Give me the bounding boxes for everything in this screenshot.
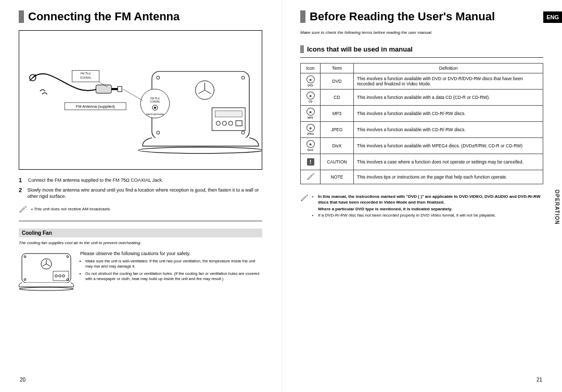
- icon-cell: ◉MP3: [301, 105, 321, 121]
- svg-point-26: [19, 287, 73, 290]
- jack-label-2: COAXIAL: [80, 77, 92, 79]
- step-list: 1 Connect the FM antenna supplied to the…: [19, 177, 262, 200]
- note-bold-1: In this manual, the instructions marked …: [318, 194, 543, 205]
- disc-icon: ◉DivX: [305, 140, 316, 151]
- term-cell: DVD: [321, 73, 354, 89]
- note-plain: If a DVD-R/-RW disc has not been recorde…: [318, 212, 543, 218]
- definition-cell: This involves a function available with …: [354, 137, 543, 154]
- disc-icon: ◉CD: [305, 92, 316, 103]
- svg-text:COAXIAL: COAXIAL: [150, 100, 160, 103]
- table-row: ◉DVDDVDThis involves a function availabl…: [301, 73, 543, 89]
- icon-cell: ◉JPEG: [301, 121, 321, 137]
- svg-point-16: [222, 121, 226, 125]
- term-cell: CAUTION: [321, 154, 354, 170]
- table-row: !CAUTIONThis involves a case where a fun…: [301, 154, 543, 170]
- page-number: 21: [537, 377, 542, 383]
- term-cell: MP3: [321, 105, 354, 121]
- disc-icon: ◉DVD: [305, 75, 316, 87]
- svg-text:RADIO ANTENNA: RADIO ANTENNA: [146, 113, 164, 116]
- cooling-bullets: Make sure the unit is well-ventilated. I…: [85, 259, 262, 282]
- th-icon: Icon: [301, 63, 321, 73]
- table-row: ◉CDCDThis involves a function available …: [301, 89, 543, 105]
- table-row: ◉JPEGJPEGThis involves a function availa…: [301, 121, 543, 137]
- icons-table: Icon Term Definition ◉DVDDVDThis involve…: [300, 63, 543, 184]
- divider: [300, 57, 543, 58]
- definition-cell: This involves a function available with …: [354, 121, 543, 137]
- step-item: 2 Slowly move the antenna wire around un…: [19, 187, 262, 200]
- page-number: 20: [20, 377, 25, 383]
- term-cell: JPEG: [321, 121, 354, 137]
- svg-rect-2: [96, 85, 111, 93]
- left-page: Connecting the FM Antenna FM 75 Ω: [0, 0, 281, 392]
- definition-cell: This involves a function available with …: [354, 105, 543, 121]
- definition-cell: This involves tips or instructions on th…: [354, 170, 543, 184]
- page-title-right: Before Reading the User's Manual: [300, 10, 543, 23]
- table-row: ◉MP3MP3This involves a function availabl…: [301, 105, 543, 121]
- svg-point-7: [138, 147, 262, 154]
- cooling-unit-illustration: [19, 250, 74, 291]
- note-row: • This unit does not receive AM broadcas…: [19, 205, 262, 213]
- step-text: Slowly move the antenna wire around unti…: [27, 187, 262, 200]
- svg-rect-14: [215, 111, 242, 117]
- note-block: In this manual, the instructions marked …: [300, 194, 543, 219]
- icons-subheading: Icons that will be used in manual: [300, 45, 543, 53]
- term-cell: CD: [321, 89, 354, 105]
- icon-cell: ◉DivX: [301, 137, 321, 154]
- cooling-text: Please observe the following cautions fo…: [80, 250, 262, 291]
- cooling-heading: Cooling Fan: [19, 229, 262, 237]
- cooling-bullet: Do not obstruct the cooling fan or venti…: [85, 271, 262, 282]
- divider: [19, 221, 262, 221]
- page-title-left: Connecting the FM Antenna: [19, 10, 262, 23]
- step-number: 2: [19, 187, 24, 200]
- section-tab: OPERATION: [554, 189, 560, 225]
- antenna-diagram: FM 75 Ω COAXIAL FM Antenna (supplied): [19, 30, 262, 170]
- pencil-icon: [300, 194, 309, 202]
- svg-point-15: [216, 121, 220, 125]
- th-term: Term: [321, 63, 354, 73]
- jack-label-1: FM 75 Ω: [81, 72, 91, 75]
- svg-text:FM 75 Ω: FM 75 Ω: [150, 97, 160, 100]
- note-text: • This unit does not receive AM broadcas…: [31, 205, 111, 213]
- disc-icon: ◉MP3: [305, 108, 316, 119]
- definition-cell: This involves a case where a function do…: [354, 154, 543, 170]
- definition-cell: This involves a function available with …: [354, 73, 543, 89]
- svg-point-23: [154, 107, 156, 109]
- table-row: ◉DivXDivXThis involves a function availa…: [301, 137, 543, 154]
- cooling-row: Please observe the following cautions fo…: [19, 250, 262, 291]
- intro-italic: Make sure to check the following terms b…: [300, 30, 543, 36]
- definition-cell: This involves a function available with …: [354, 89, 543, 105]
- term-cell: DivX: [321, 137, 354, 154]
- language-tab: ENG: [543, 11, 562, 23]
- svg-rect-18: [236, 121, 242, 126]
- table-row: NOTEThis involves tips or instructions o…: [301, 170, 543, 184]
- pencil-icon: [306, 172, 315, 181]
- right-page: ENG OPERATION Before Reading the User's …: [281, 0, 562, 392]
- icon-cell: !: [301, 154, 321, 170]
- step-text: Connect the FM antenna supplied to the F…: [28, 177, 163, 184]
- step-item: 1 Connect the FM antenna supplied to the…: [19, 177, 262, 184]
- note-bold-2: Where a particular DVD type is mentioned…: [318, 206, 543, 212]
- disc-icon: ◉JPEG: [305, 124, 316, 135]
- cooling-intro: The cooling fan supplies cool air to the…: [19, 241, 262, 246]
- page-spread: Connecting the FM Antenna FM 75 Ω: [0, 0, 562, 392]
- svg-point-17: [228, 121, 233, 125]
- note-content: In this manual, the instructions marked …: [313, 194, 543, 219]
- caution-icon: !: [305, 156, 316, 168]
- antenna-supplied-label: FM Antenna (supplied): [76, 104, 116, 109]
- svg-rect-3: [118, 86, 122, 92]
- cooling-bullet: Make sure the unit is well-ventilated. I…: [85, 259, 262, 269]
- cooling-caution-lead: Please observe the following cautions fo…: [80, 250, 262, 257]
- th-definition: Definition: [354, 63, 543, 73]
- icon-cell: [301, 170, 321, 184]
- term-cell: NOTE: [321, 170, 354, 184]
- step-number: 1: [19, 177, 25, 184]
- icon-cell: ◉CD: [301, 89, 321, 105]
- pencil-icon: [19, 205, 27, 213]
- icon-cell: ◉DVD: [301, 73, 321, 89]
